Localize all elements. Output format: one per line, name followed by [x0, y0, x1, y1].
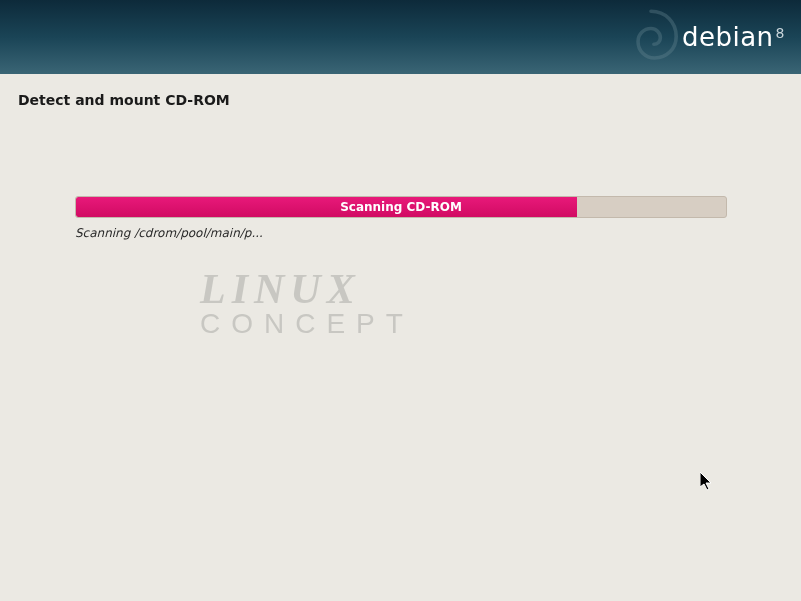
progress-bar-fill — [76, 197, 577, 217]
watermark-line2: CONCEPT — [200, 308, 414, 340]
progress-section: Scanning CD-ROM Scanning /cdrom/pool/mai… — [18, 196, 783, 240]
header-banner: debian 8 — [0, 0, 801, 74]
content-area: Detect and mount CD-ROM Scanning CD-ROM … — [0, 74, 801, 240]
brand-name: debian — [682, 22, 774, 52]
page-title: Detect and mount CD-ROM — [18, 92, 783, 108]
debian-logo: debian 8 — [682, 22, 785, 52]
watermark: LINUX CONCEPT — [200, 268, 414, 340]
watermark-line1: LINUX — [200, 268, 414, 310]
progress-bar: Scanning CD-ROM — [75, 196, 727, 218]
mouse-cursor-icon — [700, 472, 714, 492]
debian-swirl-icon — [615, 4, 687, 76]
brand-version: 8 — [776, 25, 785, 41]
progress-status-text: Scanning /cdrom/pool/main/p... — [75, 226, 726, 240]
